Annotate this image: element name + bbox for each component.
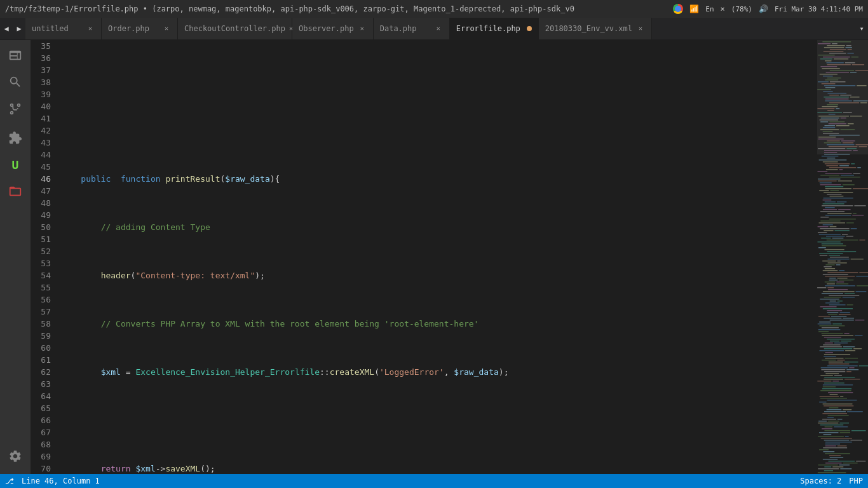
status-language[interactable]: PHP — [849, 477, 863, 485]
code-line-42 — [61, 414, 812, 426]
tab-nav-left[interactable]: ◀ — [0, 18, 13, 39]
tab-label-env: 20180330_Env_vv.xml — [545, 24, 632, 33]
source-control-icon[interactable] — [3, 96, 28, 121]
tab-close-untitled[interactable]: ✕ — [86, 24, 95, 33]
code-container[interactable]: 35 36 37 38 39 40 41 42 43 44 45 46 47 4… — [31, 40, 817, 474]
code-line-39: header("Content-type: text/xml"); — [61, 269, 812, 281]
titlebar: /tmp/fz3temp-1/Errorlfile.php • (zarpo, … — [0, 0, 868, 18]
titlebar-title: /tmp/fz3temp-1/Errorlfile.php • (zarpo, … — [5, 4, 574, 13]
tab-checkout[interactable]: CheckoutController.php ✕ — [178, 18, 292, 39]
code-scroll: 35 36 37 38 39 40 41 42 43 44 45 46 47 4… — [31, 40, 817, 474]
statusbar-right: Spaces: 2 PHP — [800, 477, 863, 485]
tab-errorfile[interactable]: Errorlfile.php — [450, 18, 539, 39]
explorer-icon[interactable] — [3, 43, 28, 68]
titlebar-left: /tmp/fz3temp-1/Errorlfile.php • (zarpo, … — [5, 4, 574, 13]
tabbar: ◀ ▶ untitled ✕ Order.php ✕ CheckoutContr… — [0, 18, 868, 40]
code-line-35 — [61, 76, 812, 88]
tab-label-checkout: CheckoutController.php — [184, 24, 285, 33]
titlebar-right: 📶 En ⨯ (78%) 🔊 Fri Mar 30 4:11:40 PM — [673, 4, 863, 14]
tab-label-order: Order.php — [108, 24, 149, 33]
tab-close-env[interactable]: ✕ — [636, 24, 645, 33]
tab-observer[interactable]: Observer.php ✕ — [292, 18, 374, 39]
statusbar-left: ⎇ Line 46, Column 1 — [5, 477, 100, 485]
battery-indicator: (78%) — [731, 5, 752, 13]
minimap[interactable] — [817, 40, 868, 474]
tab-modified-dot — [527, 26, 532, 31]
code-line-37: public function printResult($raw_data){ — [61, 173, 812, 185]
tab-label-errorfile: Errorlfile.php — [456, 24, 520, 33]
tab-env[interactable]: 20180330_Env_vv.xml ✕ — [539, 18, 652, 39]
tab-overflow[interactable]: ▾ — [855, 18, 868, 39]
activitybar: U — [0, 40, 31, 474]
tab-nav-right[interactable]: ▶ — [13, 18, 25, 39]
volume-icon: 🔊 — [759, 4, 768, 13]
line-numbers: 35 36 37 38 39 40 41 42 43 44 45 46 47 4… — [31, 40, 56, 474]
tab-label-observer: Observer.php — [299, 24, 354, 33]
extensions-icon[interactable] — [3, 125, 28, 151]
tab-close-data[interactable]: ✕ — [434, 24, 443, 33]
settings-icon[interactable] — [3, 444, 28, 469]
chrome-icon — [673, 4, 683, 14]
git-branch[interactable]: ⎇ — [5, 477, 14, 485]
code-content[interactable]: public function printResult($raw_data){ … — [56, 40, 817, 474]
keyboard-layout: En — [705, 5, 714, 13]
wifi-icon: 📶 — [689, 4, 699, 13]
code-line-36 — [61, 125, 812, 137]
tab-close-order[interactable]: ✕ — [162, 24, 171, 33]
main-area: U 35 36 37 38 39 40 41 42 — [0, 40, 868, 474]
bluetooth-icon: ⨯ — [721, 4, 725, 13]
code-line-40: // Converts PHP Array to XML with the ro… — [61, 318, 812, 330]
status-spaces[interactable]: Spaces: 2 — [800, 477, 841, 485]
upwork-icon[interactable]: U — [3, 152, 28, 177]
clock: Fri Mar 30 4:11:40 PM — [775, 5, 863, 13]
tab-label-untitled: untitled — [32, 24, 69, 33]
code-line-41: $xml = Excellence_Envision_Helper_Errorl… — [61, 366, 812, 378]
code-line-43: return $xml->saveXML(); — [61, 463, 812, 474]
minimap-viewport — [817, 40, 868, 154]
tab-untitled[interactable]: untitled ✕ — [25, 18, 102, 39]
search-icon[interactable] — [3, 69, 28, 95]
editor-area: 35 36 37 38 39 40 41 42 43 44 45 46 47 4… — [31, 40, 868, 474]
statusbar: ⎇ Line 46, Column 1 Spaces: 2 PHP — [0, 474, 868, 488]
tab-close-observer[interactable]: ✕ — [358, 24, 367, 33]
code-line-38: // adding Content Type — [61, 221, 812, 233]
status-line-col[interactable]: Line 46, Column 1 — [22, 477, 100, 485]
tab-label-data: Data.php — [380, 24, 417, 33]
ftp-icon[interactable] — [3, 179, 28, 204]
tab-data[interactable]: Data.php ✕ — [374, 18, 450, 39]
tab-order[interactable]: Order.php ✕ — [102, 18, 178, 39]
